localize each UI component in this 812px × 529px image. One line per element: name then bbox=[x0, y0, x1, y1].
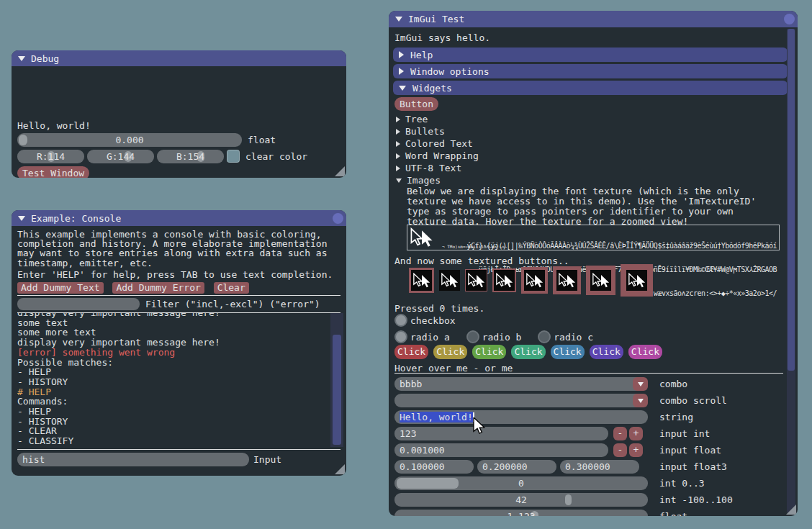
tree-node-tree[interactable]: Tree bbox=[396, 114, 428, 125]
input-float3-row: 0.100000 0.200000 0.300000 input float3 bbox=[394, 460, 792, 474]
tree-node-bullets[interactable]: Bullets bbox=[396, 126, 445, 137]
images-description: Below we are displaying the font texture… bbox=[407, 186, 756, 227]
int-slider[interactable]: 42 bbox=[394, 493, 648, 507]
tree-node-images[interactable]: Images bbox=[396, 175, 441, 186]
click-button-4[interactable]: Click bbox=[511, 345, 545, 359]
click-button-2[interactable]: Click bbox=[433, 345, 467, 359]
add-dummy-text-button[interactable]: Add Dummy Text bbox=[17, 282, 104, 294]
textured-image-button[interactable] bbox=[439, 270, 460, 291]
scrollbar-grab[interactable] bbox=[333, 335, 341, 445]
textured-image-button[interactable] bbox=[465, 269, 487, 291]
button-widget[interactable]: Button bbox=[394, 97, 438, 111]
radio-icon[interactable] bbox=[538, 330, 551, 343]
float-slider[interactable]: 1.123 bbox=[394, 510, 648, 516]
test-titlebar[interactable]: ImGui Test bbox=[389, 11, 798, 27]
texture-micro-glyphs: ¬ TMo)ʌm=«ɯɯiiiiʊʌ~ɯʌ!~ʌ~ bbox=[442, 244, 507, 249]
click-button-6[interactable]: Click bbox=[590, 345, 623, 359]
console-log-line: display very important message here! bbox=[17, 338, 330, 348]
collapse-arrow-icon[interactable] bbox=[395, 17, 402, 22]
add-dummy-error-button[interactable]: Add Dummy Error bbox=[112, 282, 204, 294]
checkbox-widget[interactable]: checkbox bbox=[394, 314, 456, 327]
slider-float-row: 1.123 float bbox=[394, 510, 792, 516]
textured-image-button[interactable] bbox=[553, 266, 581, 294]
close-button[interactable] bbox=[784, 14, 795, 24]
radio-icon[interactable] bbox=[466, 330, 479, 343]
texture-cursor-glyphs bbox=[410, 227, 434, 248]
collapsing-header-help[interactable]: Help bbox=[393, 48, 788, 62]
close-button[interactable] bbox=[333, 213, 343, 224]
radio-label: radio b bbox=[482, 332, 522, 343]
debug-titlebar[interactable]: Debug bbox=[12, 50, 346, 66]
radio-c[interactable]: radio c bbox=[538, 332, 593, 343]
minus-button[interactable]: - bbox=[613, 443, 627, 457]
collapse-arrow-icon[interactable] bbox=[18, 216, 25, 221]
console-log-line: - HELP bbox=[17, 407, 330, 417]
combo-arrow-button[interactable] bbox=[633, 394, 648, 407]
clear-color-swatch[interactable] bbox=[227, 150, 240, 163]
console-log-line: Commands: bbox=[17, 397, 330, 407]
tree-node-colored-text[interactable]: Colored Text bbox=[396, 138, 473, 149]
console-scrollbar[interactable] bbox=[330, 313, 343, 447]
console-buttons-row: Add Dummy Text Add Dummy Error Clear bbox=[17, 282, 253, 294]
combo-box[interactable]: bbbb bbox=[394, 377, 648, 391]
textured-image-button[interactable] bbox=[492, 268, 516, 292]
float-slider[interactable]: 0.000 bbox=[17, 133, 242, 147]
chevron-down-icon bbox=[396, 178, 402, 183]
string-input[interactable]: Hello, world! bbox=[394, 410, 648, 424]
row-label: input float3 bbox=[659, 460, 727, 474]
clear-button[interactable]: Clear bbox=[214, 282, 249, 294]
cursor-texture-image bbox=[590, 270, 611, 291]
click-buttons-row: ClickClickClickClickClickClickClick bbox=[394, 345, 667, 359]
click-button-3[interactable]: Click bbox=[472, 345, 506, 359]
plus-button[interactable]: + bbox=[629, 427, 643, 440]
click-button-7[interactable]: Click bbox=[628, 345, 662, 359]
resize-grip[interactable] bbox=[335, 166, 345, 176]
resize-grip[interactable] bbox=[786, 505, 796, 515]
collapsing-header-widgets[interactable]: Widgets bbox=[393, 81, 788, 95]
click-button-1[interactable]: Click bbox=[394, 345, 428, 359]
textured-image-button[interactable] bbox=[521, 267, 548, 294]
combo-scroll-box[interactable] bbox=[394, 394, 648, 407]
font-texture-image[interactable]: ýÇf}·{ÿj()[]|‰ÝBÑòÒÔóÃÂÀÀò¼¾ÙÚŽŠÂÉÊ/â\ÈÞ… bbox=[407, 225, 780, 250]
float-input[interactable]: 0.001000 bbox=[394, 443, 608, 457]
tree-node-word-wrapping[interactable]: Word Wrapping bbox=[396, 150, 479, 161]
console-titlebar[interactable]: Example: Console bbox=[12, 210, 346, 226]
radio-a[interactable]: radio a bbox=[394, 332, 450, 343]
float3-input-y[interactable]: 0.200000 bbox=[477, 460, 556, 474]
rgb-slider-b[interactable]: B:154 bbox=[157, 150, 224, 163]
desktop: { "colors": { "desktop_bg": "#72909A", "… bbox=[0, 0, 812, 529]
input-value: 0.300000 bbox=[560, 460, 639, 474]
console-input[interactable]: hist bbox=[17, 453, 249, 466]
scrollbar-grab[interactable] bbox=[788, 29, 795, 371]
collapse-arrow-icon[interactable] bbox=[18, 56, 25, 61]
plus-button[interactable]: + bbox=[629, 443, 643, 457]
combo-arrow-button[interactable] bbox=[633, 377, 648, 391]
filter-input[interactable] bbox=[17, 298, 140, 310]
radio-icon[interactable] bbox=[394, 330, 407, 343]
chevron-right-icon bbox=[399, 51, 404, 58]
rgb-slider-r[interactable]: R:114 bbox=[17, 150, 84, 163]
tree-node-utf-8-text[interactable]: UTF-8 Text bbox=[396, 163, 461, 173]
int-slider[interactable]: 0 bbox=[394, 476, 648, 490]
debug-window: Debug Hello, world! 0.000 float R:114 G:… bbox=[12, 50, 346, 178]
rgb-slider-g[interactable]: G:144 bbox=[87, 150, 154, 163]
window-scrollbar[interactable] bbox=[787, 29, 795, 512]
row-label: input int bbox=[659, 427, 710, 440]
click-button-5[interactable]: Click bbox=[551, 345, 585, 359]
textured-image-button[interactable] bbox=[621, 264, 653, 297]
float3-input-x[interactable]: 0.100000 bbox=[394, 460, 474, 474]
textured-image-button[interactable] bbox=[586, 266, 615, 295]
checkbox-icon[interactable] bbox=[394, 314, 407, 327]
test-window-button[interactable]: Test Window bbox=[17, 166, 89, 178]
collapsing-header-window-options[interactable]: Window options bbox=[393, 64, 788, 78]
float3-input-z[interactable]: 0.300000 bbox=[560, 460, 639, 474]
int-input[interactable]: 123 bbox=[394, 427, 608, 440]
console-log-line: some text bbox=[17, 318, 330, 328]
textured-image-button[interactable] bbox=[409, 268, 434, 293]
intro-line: timestamp, emitter, etc. bbox=[17, 258, 327, 268]
resize-grip[interactable] bbox=[335, 464, 345, 474]
minus-button[interactable]: - bbox=[613, 427, 627, 440]
cursor-texture-image bbox=[439, 270, 460, 291]
hello-text: Hello, world! bbox=[17, 119, 91, 132]
radio-b[interactable]: radio b bbox=[466, 332, 522, 343]
